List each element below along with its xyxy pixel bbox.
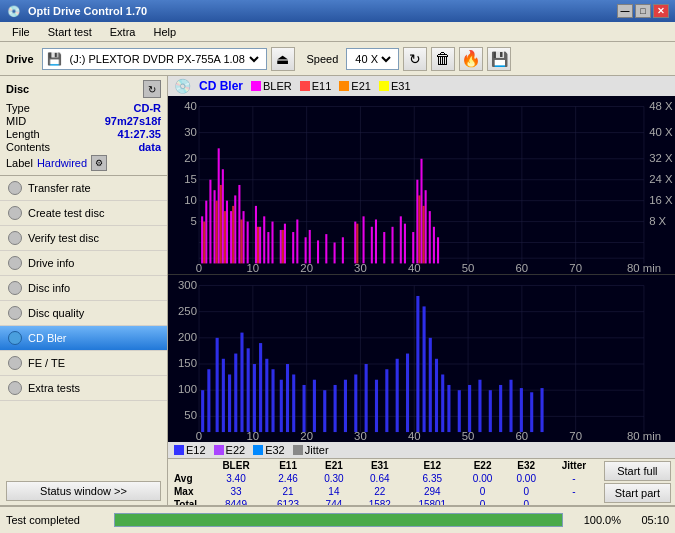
svg-rect-79 xyxy=(433,227,435,264)
nav-icon-transfer-rate xyxy=(8,181,22,195)
svg-text:24 X: 24 X xyxy=(649,173,673,185)
chart-title: CD Bler xyxy=(199,79,243,93)
svg-rect-83 xyxy=(220,185,222,263)
drive-icon: 💾 xyxy=(47,52,62,66)
svg-rect-52 xyxy=(259,227,261,264)
svg-rect-130 xyxy=(313,380,316,432)
disc-refresh-icon[interactable]: ↻ xyxy=(143,80,161,98)
menu-file[interactable]: File xyxy=(4,24,38,40)
legend-label-e11: E11 xyxy=(312,80,332,92)
menu-start-test[interactable]: Start test xyxy=(40,24,100,40)
col-e32: E32 xyxy=(504,459,548,472)
svg-rect-74 xyxy=(412,232,414,263)
erase-button[interactable]: 🗑 xyxy=(431,47,455,71)
svg-rect-118 xyxy=(228,374,231,432)
svg-rect-88 xyxy=(282,230,284,263)
sidebar-item-verify-test-disc[interactable]: Verify test disc xyxy=(0,226,167,251)
start-buttons: Start full Start part xyxy=(600,459,675,505)
label-edit-icon[interactable]: ⚙ xyxy=(91,155,107,171)
sidebar-item-create-test-disc[interactable]: Create test disc xyxy=(0,201,167,226)
minimize-button[interactable]: — xyxy=(617,4,633,18)
burn-button[interactable]: 🔥 xyxy=(459,47,483,71)
svg-text:0: 0 xyxy=(196,262,202,274)
max-e31: 22 xyxy=(356,485,404,498)
total-jitter: - xyxy=(548,498,600,505)
svg-text:70: 70 xyxy=(569,430,582,442)
menu-extra[interactable]: Extra xyxy=(102,24,144,40)
svg-rect-134 xyxy=(354,374,357,432)
stats-area: BLER E11 E21 E31 E12 E22 E32 Jitter Avg xyxy=(168,458,675,505)
svg-rect-125 xyxy=(271,369,274,432)
svg-rect-78 xyxy=(429,211,431,263)
total-e12: 15801 xyxy=(404,498,461,505)
titlebar: 💿 Opti Drive Control 1.70 — □ ✕ xyxy=(0,0,675,22)
refresh-button[interactable]: ↻ xyxy=(403,47,427,71)
disc-section: Disc ↻ Type CD-R MID 97m27s18f Length 41… xyxy=(0,76,167,176)
maximize-button[interactable]: □ xyxy=(635,4,651,18)
col-e21: E21 xyxy=(312,459,356,472)
sidebar-item-fe-te[interactable]: FE / TE xyxy=(0,351,167,376)
sidebar-item-transfer-rate[interactable]: Transfer rate xyxy=(0,176,167,201)
svg-rect-149 xyxy=(489,390,492,432)
sidebar-item-drive-info[interactable]: Drive info xyxy=(0,251,167,276)
sidebar-item-disc-quality[interactable]: Disc quality xyxy=(0,301,167,326)
col-e11: E11 xyxy=(264,459,312,472)
drive-label: Drive xyxy=(6,53,34,65)
start-part-button[interactable]: Start part xyxy=(604,483,671,503)
speed-selector[interactable]: 40 X xyxy=(346,48,399,70)
svg-rect-136 xyxy=(375,380,378,432)
legend-e22: E22 xyxy=(214,444,246,456)
start-full-button[interactable]: Start full xyxy=(604,461,671,481)
svg-rect-65 xyxy=(342,237,344,263)
menubar: File Start test Extra Help xyxy=(0,22,675,42)
max-e22: 0 xyxy=(461,485,505,498)
legend-color-bler xyxy=(251,81,261,91)
sidebar-item-extra-tests[interactable]: Extra tests xyxy=(0,376,167,401)
nav-label-transfer-rate: Transfer rate xyxy=(28,182,91,194)
svg-rect-39 xyxy=(201,216,203,263)
chart-panel: 💿 CD Bler BLER E11 E21 E31 xyxy=(168,76,675,505)
speed-dropdown[interactable]: 40 X xyxy=(351,52,394,66)
sidebar: Disc ↻ Type CD-R MID 97m27s18f Length 41… xyxy=(0,76,168,505)
status-window-button[interactable]: Status window >> xyxy=(6,481,161,501)
svg-rect-148 xyxy=(478,380,481,432)
svg-rect-46 xyxy=(230,211,232,263)
stats-row-total: Total 8449 6123 744 1582 15801 0 0 - xyxy=(168,498,600,505)
svg-rect-126 xyxy=(280,380,283,432)
nav-label-drive-info: Drive info xyxy=(28,257,74,269)
drive-dropdown[interactable]: (J:) PLEXTOR DVDR PX-755A 1.08 xyxy=(66,52,262,66)
svg-text:20: 20 xyxy=(300,430,313,442)
svg-rect-48 xyxy=(238,185,240,263)
eject-button[interactable]: ⏏ xyxy=(271,47,295,71)
drive-selector[interactable]: 💾 (J:) PLEXTOR DVDR PX-755A 1.08 xyxy=(42,48,267,70)
sidebar-item-cd-bler[interactable]: CD Bler xyxy=(0,326,167,351)
chart-header: 💿 CD Bler BLER E11 E21 E31 xyxy=(168,76,675,96)
max-jitter: - xyxy=(548,485,600,498)
total-e32: 0 xyxy=(504,498,548,505)
stats-row-max: Max 33 21 14 22 294 0 0 - xyxy=(168,485,600,498)
svg-rect-61 xyxy=(309,230,311,263)
svg-rect-49 xyxy=(242,211,244,263)
svg-rect-128 xyxy=(292,374,295,432)
sidebar-item-disc-info[interactable]: Disc info xyxy=(0,276,167,301)
svg-text:10: 10 xyxy=(247,430,260,442)
label-value: Hardwired xyxy=(37,157,87,169)
svg-rect-76 xyxy=(420,159,422,264)
menu-help[interactable]: Help xyxy=(145,24,184,40)
close-button[interactable]: ✕ xyxy=(653,4,669,18)
svg-rect-144 xyxy=(441,374,444,432)
svg-rect-123 xyxy=(259,343,262,432)
legend-jitter: Jitter xyxy=(293,444,329,456)
svg-text:80 min: 80 min xyxy=(627,262,661,274)
svg-rect-69 xyxy=(375,219,377,263)
svg-rect-122 xyxy=(253,364,256,432)
svg-rect-70 xyxy=(383,232,385,263)
svg-rect-119 xyxy=(234,353,237,432)
svg-text:0: 0 xyxy=(196,430,202,442)
save-button[interactable]: 💾 xyxy=(487,47,511,71)
svg-text:5: 5 xyxy=(191,215,197,227)
svg-rect-124 xyxy=(265,359,268,432)
svg-rect-138 xyxy=(396,359,399,432)
svg-rect-114 xyxy=(201,390,204,432)
svg-rect-115 xyxy=(207,369,210,432)
